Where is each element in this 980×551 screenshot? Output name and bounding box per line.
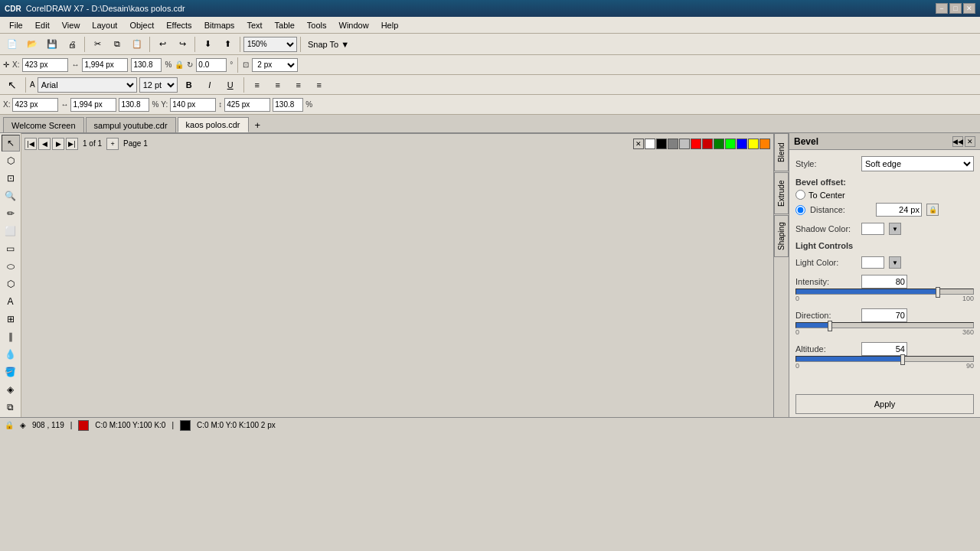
rectangle-tool-btn[interactable]: ▭ — [2, 240, 20, 257]
altitude-thumb[interactable] — [900, 354, 905, 365]
swatch-white[interactable] — [645, 139, 655, 149]
ellipse-tool-btn[interactable]: ⬭ — [2, 258, 20, 275]
page-play-btn[interactable]: ▶ — [52, 138, 64, 150]
interactive-tool-btn[interactable]: ⧉ — [2, 399, 20, 416]
smart-tool-btn[interactable]: ◈ — [2, 381, 20, 398]
stroke-select[interactable]: 2 px — [252, 58, 298, 72]
menu-view[interactable]: View — [56, 19, 87, 31]
h2-input[interactable] — [224, 98, 270, 112]
align-center-button[interactable]: ≡ — [269, 77, 287, 93]
parallel-tool-btn[interactable]: ∥ — [2, 328, 20, 345]
export-button[interactable]: ⬆ — [218, 36, 237, 53]
paste-button[interactable]: 📋 — [128, 36, 146, 53]
freehand-tool-btn[interactable]: ✏ — [2, 205, 20, 222]
swatch-lime[interactable] — [725, 139, 736, 149]
print-button[interactable]: 🖨 — [63, 36, 81, 53]
maximize-button[interactable]: □ — [949, 3, 962, 14]
underline-button[interactable]: U — [221, 77, 240, 93]
page-nav[interactable]: |◀ ◀ ▶ ▶| 1 of 1 + Page 1 — [24, 138, 151, 150]
tab-add-button[interactable]: + — [250, 118, 266, 132]
menu-window[interactable]: Window — [333, 19, 375, 31]
altitude-track[interactable] — [795, 356, 974, 362]
swatch-blue[interactable] — [737, 139, 747, 149]
x2-input[interactable] — [12, 98, 58, 112]
title-bar-controls[interactable]: − □ ✕ — [936, 3, 975, 14]
blend-tab[interactable]: Blend — [774, 133, 789, 171]
undo-button[interactable]: ↩ — [153, 36, 172, 53]
shape-tool-btn[interactable]: ⬡ — [2, 152, 20, 169]
swatch-black[interactable] — [656, 139, 667, 149]
select-tool[interactable]: ↖ — [3, 77, 21, 93]
swatch-green[interactable] — [714, 139, 724, 149]
font-select[interactable]: Arial Times New Roman — [38, 77, 137, 93]
tab-youtube[interactable]: sampul youtube.cdr — [86, 117, 176, 132]
direction-slider[interactable] — [795, 322, 974, 328]
tab-welcome[interactable]: Welcome Screen — [3, 117, 84, 132]
scale-w-input[interactable] — [131, 58, 162, 72]
menu-object[interactable]: Object — [123, 19, 160, 31]
apply-button[interactable]: Apply — [795, 394, 974, 414]
intensity-input[interactable] — [861, 275, 907, 289]
extrude-tab[interactable]: Extrude — [774, 172, 789, 214]
text-tool-btn[interactable]: A — [2, 293, 20, 310]
fill-tool-btn[interactable]: 🪣 — [2, 364, 20, 380]
align-right-button[interactable]: ≡ — [289, 77, 308, 93]
distance-lock-btn[interactable]: 🔒 — [926, 204, 939, 216]
rotate-input[interactable] — [196, 58, 227, 72]
panel-close-btn[interactable]: ✕ — [965, 136, 975, 147]
shadow-color-dropdown[interactable]: ▼ — [889, 223, 901, 235]
eyedropper-tool-btn[interactable]: 💧 — [2, 346, 20, 363]
page-first-btn[interactable]: |◀ — [24, 138, 37, 150]
intensity-track[interactable] — [795, 289, 974, 295]
swatch-x[interactable]: ✕ — [633, 139, 644, 149]
panel-expand-btn[interactable]: ◀◀ — [952, 136, 963, 147]
menu-table[interactable]: Table — [269, 19, 301, 31]
crop-tool-btn[interactable]: ⊡ — [2, 170, 20, 187]
direction-input[interactable] — [861, 308, 907, 322]
distance-radio[interactable] — [795, 205, 805, 215]
page-add-btn[interactable]: + — [106, 138, 119, 150]
menu-file[interactable]: File — [3, 19, 29, 31]
menu-tools[interactable]: Tools — [301, 19, 333, 31]
justify-button[interactable]: ≡ — [310, 77, 328, 93]
menu-edit[interactable]: Edit — [29, 19, 56, 31]
minimize-button[interactable]: − — [936, 3, 948, 14]
bold-button[interactable]: B — [180, 77, 198, 93]
distance-input[interactable] — [876, 203, 922, 217]
zoom-select[interactable]: 150% 100% 75% 50% — [243, 37, 297, 52]
scale-h2-input[interactable] — [273, 98, 303, 112]
shadow-color-box[interactable] — [861, 223, 884, 235]
altitude-slider[interactable] — [795, 356, 974, 362]
close-button[interactable]: ✕ — [963, 3, 975, 14]
table-tool-btn[interactable]: ⊞ — [2, 311, 20, 328]
shaping-tab[interactable]: Shaping — [774, 215, 789, 257]
select-tool-btn[interactable]: ↖ — [2, 135, 20, 152]
swatch-gray2[interactable] — [679, 139, 690, 149]
w2-input[interactable] — [70, 98, 116, 112]
menu-bitmaps[interactable]: Bitmaps — [198, 19, 241, 31]
polygon-tool-btn[interactable]: ⬡ — [2, 276, 20, 292]
swatch-darkred[interactable] — [702, 139, 713, 149]
page-next-btn[interactable]: ▶| — [66, 138, 78, 150]
redo-button[interactable]: ↪ — [173, 36, 191, 53]
open-button[interactable]: 📂 — [23, 36, 41, 53]
save-button[interactable]: 💾 — [43, 36, 61, 53]
scale-w2-input[interactable] — [119, 98, 149, 112]
swatch-gray1[interactable] — [668, 139, 678, 149]
cut-button[interactable]: ✂ — [88, 36, 106, 53]
import-button[interactable]: ⬇ — [198, 36, 217, 53]
direction-thumb[interactable] — [828, 321, 832, 331]
font-size-select[interactable]: 12 pt 10 pt 14 pt 16 pt — [139, 77, 178, 93]
swatch-yellow[interactable] — [748, 139, 759, 149]
new-button[interactable]: 📄 — [3, 36, 21, 53]
swatch-red[interactable] — [691, 139, 701, 149]
menu-effects[interactable]: Effects — [160, 19, 198, 31]
smart-fill-tool-btn[interactable]: ⬜ — [2, 223, 20, 240]
light-color-box[interactable] — [861, 256, 884, 269]
copy-button[interactable]: ⧉ — [108, 36, 126, 53]
intensity-thumb[interactable] — [936, 287, 940, 298]
menu-text[interactable]: Text — [240, 19, 268, 31]
italic-button[interactable]: I — [201, 77, 219, 93]
to-center-radio[interactable] — [795, 190, 805, 200]
menu-help[interactable]: Help — [375, 19, 405, 31]
